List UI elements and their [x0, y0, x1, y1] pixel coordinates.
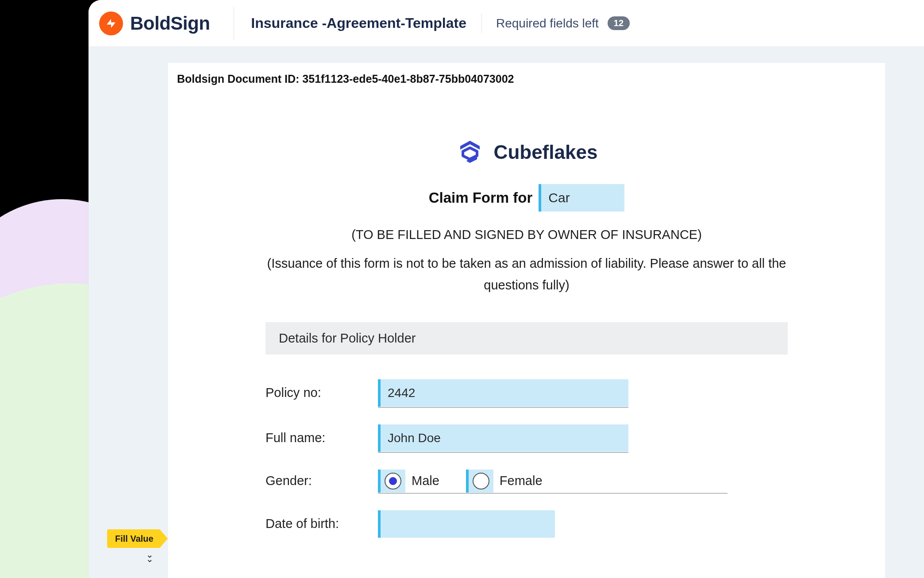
fill-value-tag[interactable]: Fill Value ⌄ ⌄ — [107, 529, 160, 548]
label-gender: Gender: — [266, 474, 378, 488]
brand-name: BoldSign — [130, 13, 210, 34]
document-canvas: Fill Value ⌄ ⌄ Boldsign Document ID: 351… — [89, 47, 924, 578]
input-policy-no[interactable]: 2442 — [378, 379, 628, 407]
instruction-line-1: (TO BE FILLED AND SIGNED BY OWNER OF INS… — [266, 227, 788, 242]
radio-label-male: Male — [412, 474, 439, 488]
value-full-name: John Doe — [388, 431, 441, 445]
document-page: Boldsign Document ID: 351f1123-ede5-40e1… — [168, 63, 885, 578]
brand: BoldSign — [99, 8, 234, 39]
radio-icon — [385, 473, 401, 489]
required-fields-count-badge: 12 — [608, 16, 630, 30]
app-window: BoldSign Insurance -Agreement-Template R… — [89, 0, 924, 578]
document-title: Insurance -Agreement-Template — [234, 15, 481, 31]
label-policy-no: Policy no: — [266, 385, 378, 400]
radio-gender-male[interactable]: Male — [378, 470, 439, 493]
claim-form-label: Claim Form for — [429, 189, 533, 206]
document-id: Boldsign Document ID: 351f1123-ede5-40e1… — [177, 73, 514, 85]
fill-value-tag-label: Fill Value — [115, 534, 154, 544]
input-full-name[interactable]: John Doe — [378, 424, 628, 452]
company-name: Cubeflakes — [494, 141, 598, 163]
claim-form-type-input[interactable]: Car — [539, 184, 624, 212]
label-full-name: Full name: — [266, 431, 378, 445]
claim-form-type-value: Car — [548, 190, 570, 205]
brand-logo-icon — [99, 12, 123, 35]
required-fields-indicator: Required fields left 12 — [496, 16, 630, 31]
document-body: Cubeflakes Claim Form for Car (TO BE FIL… — [266, 138, 788, 538]
row-dob: Date of birth: — [266, 510, 788, 538]
required-fields-label: Required fields left — [496, 16, 599, 31]
chevron-down-icon[interactable]: ⌄ ⌄ — [146, 552, 154, 561]
claim-form-title-row: Claim Form for Car — [266, 184, 788, 212]
label-dob: Date of birth: — [266, 516, 378, 531]
row-full-name: Full name: John Doe — [266, 424, 788, 452]
section-header-policy-holder: Details for Policy Holder — [266, 322, 788, 355]
row-policy-no: Policy no: 2442 — [266, 379, 788, 407]
radio-icon — [473, 473, 489, 489]
row-gender: Gender: Male — [266, 470, 788, 493]
company-header: Cubeflakes — [266, 138, 788, 166]
input-dob[interactable] — [378, 510, 555, 538]
top-bar: BoldSign Insurance -Agreement-Template R… — [89, 0, 924, 47]
value-policy-no: 2442 — [388, 386, 415, 400]
instruction-line-2: (Issuance of this form is not to be take… — [266, 253, 788, 297]
divider — [481, 13, 482, 34]
radio-gender-female[interactable]: Female — [466, 470, 543, 493]
company-logo-icon — [456, 138, 484, 166]
radio-label-female: Female — [500, 474, 543, 488]
